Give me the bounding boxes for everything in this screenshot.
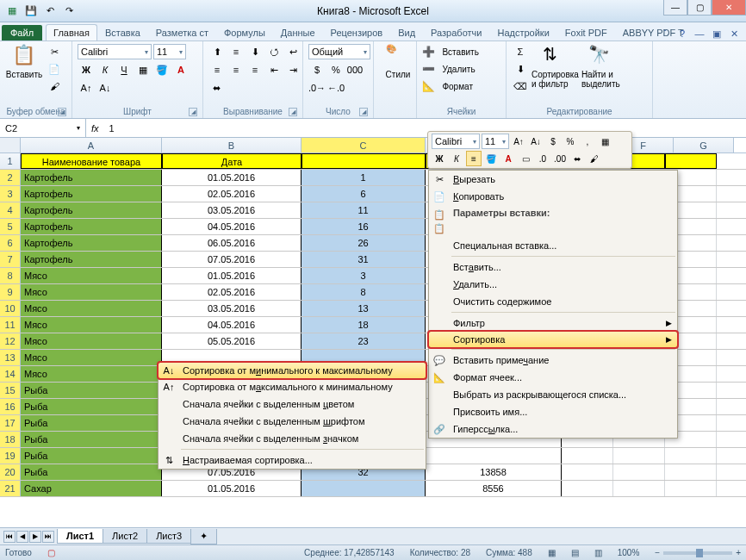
sheet-nav-next-icon[interactable]: ▶ (29, 531, 41, 543)
cell[interactable] (562, 448, 613, 464)
row-header[interactable]: 8 (0, 268, 21, 283)
number-format-combo[interactable]: Общий▾ (308, 44, 370, 59)
row-header[interactable]: 16 (0, 399, 21, 414)
comma-button[interactable]: 000 (346, 62, 364, 78)
tab-insert[interactable]: Вставка (97, 24, 148, 40)
zoom-out-button[interactable]: − (655, 548, 660, 557)
cell[interactable]: 04.05.2016 (162, 219, 302, 234)
cell[interactable]: Рыба (21, 399, 162, 414)
sort-asc[interactable]: A↓Сортировка от минимального к максималь… (158, 362, 426, 379)
file-tab[interactable]: Файл (2, 25, 42, 40)
tab-data[interactable]: Данные (273, 24, 323, 40)
cell[interactable] (665, 448, 717, 464)
cell[interactable]: Картофель (21, 170, 162, 185)
mini-comma[interactable]: , (580, 134, 595, 149)
dialog-launcher-icon[interactable]: ◢ (289, 108, 297, 116)
copy-icon[interactable]: 📄 (46, 61, 63, 77)
name-box[interactable]: C2▾ (0, 119, 86, 137)
mini-shrink-font[interactable]: A↓ (528, 134, 544, 149)
mini-currency[interactable]: $ (545, 134, 561, 149)
row-header[interactable]: 14 (0, 366, 21, 382)
format-cells-button[interactable]: 📐 Формат (422, 78, 473, 94)
row-header[interactable]: 5 (0, 219, 21, 234)
zoom-level[interactable]: 100% (618, 548, 640, 557)
border-button[interactable]: ▦ (134, 62, 152, 78)
redo-icon[interactable]: ↷ (60, 3, 78, 19)
sheet-nav-first-icon[interactable]: ⏮ (3, 531, 16, 543)
col-header[interactable]: B (162, 138, 302, 152)
new-sheet-button[interactable]: ✦ (190, 529, 217, 544)
delete-cells-button[interactable]: ➖ Удалить (422, 61, 476, 77)
cell[interactable]: 03.05.2016 (162, 301, 302, 316)
row-header[interactable]: 10 (0, 301, 21, 316)
wrap-text-button[interactable]: ↩ (284, 44, 302, 59)
dialog-launcher-icon[interactable]: ◢ (58, 108, 66, 116)
find-select-button[interactable]: 🔭Найти и выделить (581, 44, 620, 89)
row-header[interactable]: 19 (0, 448, 21, 464)
row-header[interactable]: 3 (0, 186, 21, 202)
cell[interactable]: 1 (302, 170, 426, 185)
select-all-corner[interactable] (0, 138, 21, 152)
row-header[interactable]: 17 (0, 415, 21, 431)
cell[interactable]: Мясо (21, 268, 162, 283)
autosum-button[interactable]: Σ (512, 44, 529, 59)
ctx-insert[interactable]: Вставить... (429, 258, 677, 276)
cell[interactable]: 13858 (426, 464, 562, 480)
cell[interactable]: 16 (302, 219, 426, 234)
cell[interactable]: Мясо (21, 317, 162, 333)
underline-button[interactable]: Ч (115, 62, 133, 78)
orientation-button[interactable]: ⭯ (265, 44, 283, 59)
percent-button[interactable]: % (327, 62, 345, 78)
mini-font-combo[interactable]: Calibri▾ (432, 134, 480, 149)
ctx-insert-comment[interactable]: 💬Вставить примечание (429, 352, 677, 369)
align-middle-button[interactable]: ≡ (227, 44, 245, 59)
sort-by-icon[interactable]: Сначала ячейки с выделенным значком (159, 430, 426, 447)
sort-filter-button[interactable]: ⇅Сортировка и фильтр (532, 44, 579, 89)
row-header[interactable]: 18 (0, 432, 21, 447)
sheet-nav-last-icon[interactable]: ⏭ (42, 531, 54, 543)
ctx-define-name[interactable]: Присвоить имя... (429, 403, 677, 420)
mini-italic[interactable]: К (449, 151, 464, 166)
cell[interactable]: 03.05.2016 (162, 202, 302, 218)
cell[interactable]: 8556 (426, 481, 562, 496)
tab-review[interactable]: Рецензиров (323, 24, 391, 40)
mini-borders[interactable]: ▦ (597, 134, 612, 149)
align-center-button[interactable]: ≡ (227, 62, 245, 78)
align-right-button[interactable]: ≡ (246, 62, 264, 78)
formatpainter-icon[interactable]: 🖌 (46, 78, 63, 94)
mini-grow-font[interactable]: A↑ (511, 134, 526, 149)
row-header[interactable]: 12 (0, 333, 21, 349)
sheet-tab[interactable]: Лист2 (103, 529, 147, 544)
header-cell[interactable]: Наименование товара (21, 153, 162, 169)
mini-merge[interactable]: ⬌ (569, 151, 585, 166)
ctx-clear[interactable]: Очистить содержимое (429, 293, 677, 310)
sheet-tab[interactable]: Лист3 (146, 529, 191, 544)
formula-value[interactable]: 1 (104, 123, 115, 134)
ctx-paste-option[interactable]: 📋 (429, 220, 677, 237)
row-header[interactable]: 13 (0, 350, 21, 365)
align-left-button[interactable]: ≡ (208, 62, 226, 78)
cell[interactable]: 3 (302, 268, 426, 283)
dialog-launcher-icon[interactable]: ◢ (189, 108, 197, 116)
cell[interactable] (562, 464, 613, 480)
cell[interactable] (665, 481, 717, 496)
cell[interactable]: Мясо (21, 301, 162, 316)
cell[interactable]: Рыба (21, 448, 162, 464)
row-header[interactable]: 9 (0, 284, 21, 300)
mini-align-center[interactable]: ≡ (466, 151, 482, 166)
cell[interactable]: 01.05.2016 (162, 481, 302, 496)
cell[interactable]: 04.05.2016 (162, 317, 302, 333)
italic-button[interactable]: К (96, 62, 114, 78)
currency-button[interactable]: $ (308, 62, 326, 78)
view-pagelayout-icon[interactable]: ▤ (571, 548, 579, 557)
cell[interactable] (613, 448, 665, 464)
tab-developer[interactable]: Разработчи (423, 24, 489, 40)
cell[interactable]: Рыба (21, 383, 162, 398)
ctx-paste-special[interactable]: Специальная вставка... (429, 237, 677, 254)
indent-inc-button[interactable]: ⇥ (284, 62, 302, 78)
cell[interactable] (665, 464, 717, 480)
fill-color-button[interactable]: 🪣 (153, 62, 171, 78)
tab-foxit[interactable]: Foxit PDF (557, 24, 615, 40)
ctx-format-cells[interactable]: 📐Формат ячеек... (429, 369, 677, 386)
cell[interactable] (665, 153, 717, 169)
